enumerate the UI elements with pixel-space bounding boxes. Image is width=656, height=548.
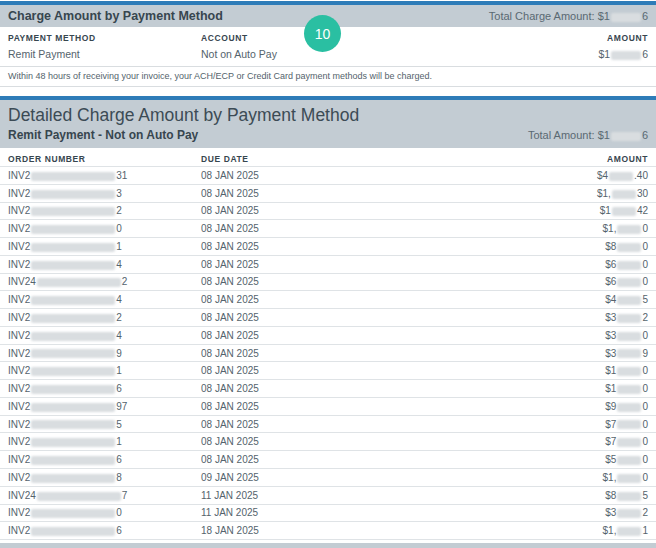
amount-prefix: $3 xyxy=(605,330,616,341)
amount-prefix: $4 xyxy=(597,170,608,181)
amount-prefix: $1, xyxy=(603,472,617,483)
order-prefix: INV24 xyxy=(8,490,36,501)
amount-suffix: 30 xyxy=(637,188,648,199)
amount-cell: $10 xyxy=(605,365,648,376)
detailed-header: Detailed Charge Amount by Payment Method… xyxy=(0,100,656,148)
redacted-text xyxy=(617,296,641,305)
amount-cell: $1,0 xyxy=(603,223,648,234)
amount-suffix: 0 xyxy=(642,472,648,483)
order-number-cell: INV26 xyxy=(8,454,201,465)
redacted-text xyxy=(609,172,633,181)
order-prefix: INV2 xyxy=(8,507,30,518)
amount-suffix: 2 xyxy=(642,312,648,323)
redacted-text xyxy=(31,190,115,199)
redacted-text xyxy=(31,385,115,394)
amount-suffix: .40 xyxy=(634,170,648,181)
table-row: INV26 18 JAN 2025 $1,1 xyxy=(0,521,656,539)
amount-suffix: 5 xyxy=(642,294,648,305)
amount-prefix: $7 xyxy=(605,419,616,430)
amount-cell: $32 xyxy=(605,312,648,323)
amount-prefix: $6 xyxy=(605,276,616,287)
amount-suffix: 42 xyxy=(637,205,648,216)
amount-suffix: 6 xyxy=(642,48,648,60)
order-number-cell: INV26 xyxy=(8,383,201,394)
due-date-cell: 08 JAN 2025 xyxy=(201,312,605,323)
amount-prefix: $1, xyxy=(603,223,617,234)
order-number-cell: INV28 xyxy=(8,472,201,483)
order-prefix: INV2 xyxy=(8,365,30,376)
redacted-text xyxy=(31,207,115,216)
order-number-cell: INV24 xyxy=(8,330,201,341)
redacted-text xyxy=(617,492,641,501)
order-suffix: 4 xyxy=(116,330,122,341)
redacted-text xyxy=(617,474,641,483)
amount-prefix: $9 xyxy=(605,401,616,412)
table-row: INV22 08 JAN 2025 $142 xyxy=(0,202,656,220)
detailed-column-headers: ORDER NUMBER DUE DATE AMOUNT xyxy=(0,148,656,166)
amount-suffix: 0 xyxy=(642,223,648,234)
amount-cell: $142 xyxy=(600,205,648,216)
amount-prefix: $1 xyxy=(598,48,610,60)
amount-suffix: 0 xyxy=(642,259,648,270)
redacted-text xyxy=(617,403,641,412)
order-number-cell: INV297 xyxy=(8,401,201,412)
table-row: INV20 08 JAN 2025 $1,0 xyxy=(0,219,656,237)
redacted-text xyxy=(31,420,115,429)
amount-cell: $1,0 xyxy=(603,472,648,483)
due-date-cell: 08 JAN 2025 xyxy=(201,383,605,394)
detailed-table-body: INV231 08 JAN 2025 $4.40 INV23 08 JAN 20… xyxy=(0,166,656,548)
payment-note: Within 48 hours of receiving your invoic… xyxy=(0,66,656,87)
due-date-cell: 08 JAN 2025 xyxy=(201,401,605,412)
order-number-cell: INV242 xyxy=(8,276,201,287)
summary-total-text: Total Charge Amount: $1 xyxy=(489,10,610,22)
amount-suffix: 9 xyxy=(642,348,648,359)
payment-method-cell: Remit Payment xyxy=(8,48,201,60)
amount-suffix: 0 xyxy=(642,383,648,394)
order-number-cell: INV26 xyxy=(8,525,201,536)
order-number-cell: INV247 xyxy=(8,490,201,501)
due-date-cell: 08 JAN 2025 xyxy=(201,259,605,270)
table-row: INV26 08 JAN 2025 $50 xyxy=(0,450,656,468)
redacted-text xyxy=(31,438,115,447)
table-row: INV22 08 JAN 2025 $32 xyxy=(0,308,656,326)
due-date-cell: 08 JAN 2025 xyxy=(201,454,605,465)
amount-cell: $70 xyxy=(605,419,648,430)
detailed-total: Total Amount: $16 xyxy=(528,129,648,141)
amount-prefix: $3 xyxy=(605,312,616,323)
table-row: INV24 08 JAN 2025 $45 xyxy=(0,290,656,308)
amount-cell: $4.40 xyxy=(597,170,648,181)
order-number-cell: INV20 xyxy=(8,223,201,234)
due-date-cell: 08 JAN 2025 xyxy=(201,223,603,234)
order-number-cell: INV20 xyxy=(8,507,201,518)
amount-cell: $80 xyxy=(605,241,648,252)
order-suffix: 8 xyxy=(116,472,122,483)
table-row: INV297 08 JAN 2025 $90 xyxy=(0,397,656,415)
due-date-cell: 08 JAN 2025 xyxy=(201,330,605,341)
detailed-subtitle: Remit Payment - Not on Auto Pay xyxy=(8,128,198,142)
order-prefix: INV2 xyxy=(8,401,30,412)
due-date-cell: 08 JAN 2025 xyxy=(201,170,597,181)
table-row: INV21 08 JAN 2025 $80 xyxy=(0,237,656,255)
amount-cell: $50 xyxy=(605,454,648,465)
col-order-number: ORDER NUMBER xyxy=(8,154,201,164)
amount-cell: $1,1 xyxy=(603,525,648,536)
order-number-cell: INV23 xyxy=(8,188,201,199)
col-amount: AMOUNT xyxy=(607,33,648,43)
redacted-text xyxy=(617,243,641,252)
amount-suffix: 0 xyxy=(642,365,648,376)
order-suffix: 1 xyxy=(116,241,122,252)
order-number-cell: INV21 xyxy=(8,365,201,376)
annotation-badge-10: 10 xyxy=(304,15,341,52)
order-prefix: INV2 xyxy=(8,454,30,465)
table-row: INV28 09 JAN 2025 $1,0 xyxy=(0,468,656,486)
redacted-text xyxy=(617,278,641,287)
order-suffix: 0 xyxy=(116,223,122,234)
order-suffix: 9 xyxy=(116,348,122,359)
order-suffix: 7 xyxy=(122,490,128,501)
order-prefix: INV2 xyxy=(8,348,30,359)
due-date-cell: 11 JAN 2025 xyxy=(201,507,605,518)
amount-prefix: $6 xyxy=(605,259,616,270)
amount-prefix: $7 xyxy=(605,436,616,447)
amount-prefix: $1 xyxy=(600,205,611,216)
table-row: INV26 08 JAN 2025 $10 xyxy=(0,379,656,397)
